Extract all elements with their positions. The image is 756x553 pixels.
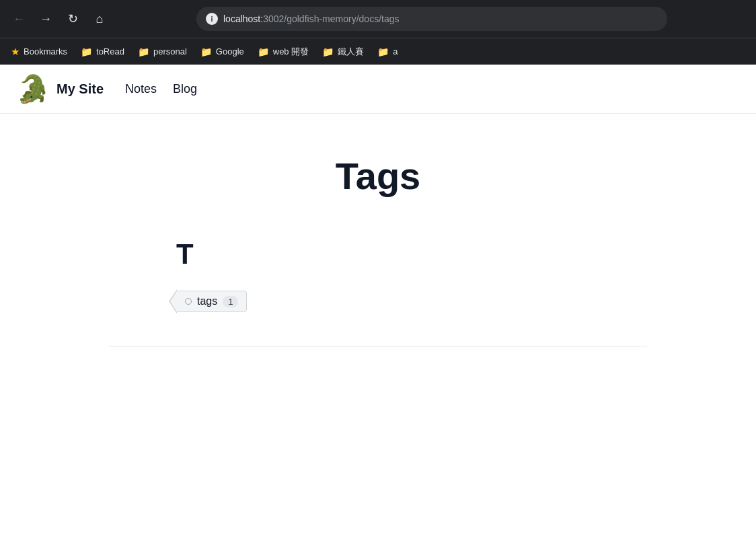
folder-icon-a: 📁: [377, 46, 389, 57]
back-button[interactable]: ←: [8, 8, 30, 30]
site-logo[interactable]: 🐊 My Site: [16, 75, 104, 102]
back-icon: ←: [13, 12, 25, 26]
section-letter-t: T: [176, 238, 580, 270]
reload-icon: ↻: [68, 11, 78, 26]
bookmark-label-webdev: web 開發: [273, 46, 309, 58]
page-title: Tags: [336, 154, 421, 198]
browser-toolbar: ← → ↻ ⌂ i localhost:3002/goldfish-memory…: [0, 0, 756, 38]
home-icon: ⌂: [96, 12, 104, 26]
site-title: My Site: [56, 81, 104, 97]
site-logo-emoji: 🐊: [16, 75, 50, 102]
nav-link-blog[interactable]: Blog: [167, 79, 202, 99]
browser-chrome: ← → ↻ ⌂ i localhost:3002/goldfish-memory…: [0, 0, 756, 65]
bookmark-item-a[interactable]: 📁 a: [372, 44, 403, 60]
forward-icon: →: [40, 12, 52, 26]
nav-link-notes[interactable]: Notes: [120, 79, 162, 99]
tags-container: tags 1: [176, 291, 580, 312]
tag-circle-icon: [185, 298, 192, 305]
forward-button[interactable]: →: [35, 8, 56, 30]
url-path: 3002/goldfish-memory/docs/tags: [263, 13, 399, 24]
bookmark-label-a: a: [393, 46, 398, 57]
tag-name: tags: [197, 295, 217, 307]
bookmark-item-webdev[interactable]: 📁 web 開發: [252, 43, 314, 61]
bookmark-item-contest[interactable]: 📁 鐵人賽: [317, 43, 369, 61]
bookmark-label-bookmarks: Bookmarks: [24, 46, 67, 57]
bookmark-label-contest: 鐵人賽: [338, 46, 364, 58]
bookmark-item-personal[interactable]: 📁 personal: [133, 44, 192, 60]
tag-item-tags[interactable]: tags 1: [176, 291, 247, 312]
bookmark-item-toread[interactable]: 📁 toRead: [75, 44, 130, 60]
reload-button[interactable]: ↻: [62, 8, 83, 30]
url-display: localhost:3002/goldfish-memory/docs/tags: [223, 13, 399, 24]
bookmark-label-personal: personal: [153, 46, 187, 57]
bookmark-label-google: Google: [216, 46, 244, 57]
folder-icon-toread: 📁: [81, 46, 92, 57]
folder-icon-google: 📁: [200, 46, 212, 57]
bookmarks-bar: ★ Bookmarks 📁 toRead 📁 personal 📁 Google…: [0, 38, 756, 65]
bookmark-label-toread: toRead: [96, 46, 124, 57]
folder-icon-personal: 📁: [138, 46, 149, 57]
home-button[interactable]: ⌂: [89, 8, 110, 30]
star-icon: ★: [11, 46, 20, 58]
section-divider: [109, 346, 647, 346]
url-host: localhost:: [223, 13, 263, 24]
tag-count: 1: [223, 296, 238, 307]
site-header: 🐊 My Site Notes Blog: [0, 65, 756, 114]
folder-icon-contest: 📁: [322, 46, 334, 57]
bookmark-item-google[interactable]: 📁 Google: [195, 44, 250, 60]
bookmark-item-bookmarks[interactable]: ★ Bookmarks: [5, 43, 73, 61]
site-nav: Notes Blog: [120, 79, 202, 99]
folder-icon-webdev: 📁: [258, 46, 269, 57]
address-bar[interactable]: i localhost:3002/goldfish-memory/docs/ta…: [196, 7, 667, 31]
main-content: Tags T tags 1: [0, 114, 756, 373]
security-icon: i: [206, 13, 218, 25]
